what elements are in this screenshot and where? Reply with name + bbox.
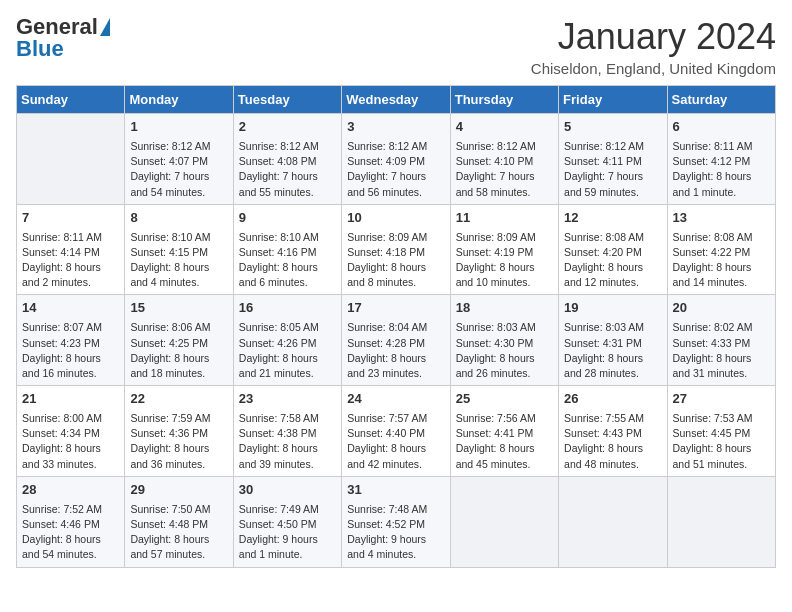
- cell-text: Sunset: 4:34 PM: [22, 426, 119, 441]
- logo-icon: [100, 18, 110, 36]
- day-number: 31: [347, 481, 444, 500]
- cell-text: Sunrise: 7:50 AM: [130, 502, 227, 517]
- title-block: January 2024 Chiseldon, England, United …: [531, 16, 776, 77]
- day-header-tuesday: Tuesday: [233, 86, 341, 114]
- cell-text: and 16 minutes.: [22, 366, 119, 381]
- day-number: 21: [22, 390, 119, 409]
- day-number: 3: [347, 118, 444, 137]
- day-number: 20: [673, 299, 770, 318]
- cell-text: Sunset: 4:26 PM: [239, 336, 336, 351]
- cell-text: Sunset: 4:52 PM: [347, 517, 444, 532]
- cell-text: and 42 minutes.: [347, 457, 444, 472]
- cell-text: and 57 minutes.: [130, 547, 227, 562]
- cell-text: Daylight: 8 hours: [564, 441, 661, 456]
- cell-text: Daylight: 8 hours: [673, 260, 770, 275]
- calendar-cell: 28Sunrise: 7:52 AMSunset: 4:46 PMDayligh…: [17, 476, 125, 567]
- calendar-header-row: SundayMondayTuesdayWednesdayThursdayFrid…: [17, 86, 776, 114]
- cell-text: Sunrise: 7:55 AM: [564, 411, 661, 426]
- cell-text: Daylight: 8 hours: [22, 532, 119, 547]
- cell-text: Daylight: 7 hours: [347, 169, 444, 184]
- cell-text: Sunrise: 8:11 AM: [22, 230, 119, 245]
- calendar-cell: 24Sunrise: 7:57 AMSunset: 4:40 PMDayligh…: [342, 386, 450, 477]
- cell-text: Daylight: 8 hours: [673, 441, 770, 456]
- cell-text: Sunrise: 8:06 AM: [130, 320, 227, 335]
- cell-text: Sunrise: 8:08 AM: [564, 230, 661, 245]
- cell-text: Daylight: 8 hours: [347, 260, 444, 275]
- cell-text: Daylight: 8 hours: [239, 260, 336, 275]
- calendar-cell: 14Sunrise: 8:07 AMSunset: 4:23 PMDayligh…: [17, 295, 125, 386]
- cell-text: Sunrise: 8:11 AM: [673, 139, 770, 154]
- cell-text: Sunset: 4:10 PM: [456, 154, 553, 169]
- cell-text: and 8 minutes.: [347, 275, 444, 290]
- cell-text: Sunrise: 8:03 AM: [564, 320, 661, 335]
- calendar-cell: 12Sunrise: 8:08 AMSunset: 4:20 PMDayligh…: [559, 204, 667, 295]
- cell-text: Daylight: 8 hours: [239, 351, 336, 366]
- cell-text: Sunset: 4:45 PM: [673, 426, 770, 441]
- cell-text: and 55 minutes.: [239, 185, 336, 200]
- calendar-cell: [17, 114, 125, 205]
- cell-text: Daylight: 8 hours: [456, 351, 553, 366]
- cell-text: and 26 minutes.: [456, 366, 553, 381]
- cell-text: and 36 minutes.: [130, 457, 227, 472]
- calendar-cell: 6Sunrise: 8:11 AMSunset: 4:12 PMDaylight…: [667, 114, 775, 205]
- cell-text: Sunrise: 7:57 AM: [347, 411, 444, 426]
- calendar-cell: 15Sunrise: 8:06 AMSunset: 4:25 PMDayligh…: [125, 295, 233, 386]
- day-number: 28: [22, 481, 119, 500]
- calendar-cell: [450, 476, 558, 567]
- calendar-cell: 17Sunrise: 8:04 AMSunset: 4:28 PMDayligh…: [342, 295, 450, 386]
- page-header: General Blue January 2024 Chiseldon, Eng…: [16, 16, 776, 77]
- cell-text: Sunrise: 8:10 AM: [239, 230, 336, 245]
- cell-text: Sunrise: 8:09 AM: [456, 230, 553, 245]
- day-number: 14: [22, 299, 119, 318]
- cell-text: and 59 minutes.: [564, 185, 661, 200]
- cell-text: Sunrise: 8:08 AM: [673, 230, 770, 245]
- cell-text: Daylight: 8 hours: [130, 351, 227, 366]
- cell-text: Daylight: 8 hours: [456, 260, 553, 275]
- calendar-cell: 9Sunrise: 8:10 AMSunset: 4:16 PMDaylight…: [233, 204, 341, 295]
- day-number: 2: [239, 118, 336, 137]
- calendar-cell: [559, 476, 667, 567]
- cell-text: Sunrise: 8:12 AM: [347, 139, 444, 154]
- cell-text: and 21 minutes.: [239, 366, 336, 381]
- cell-text: Daylight: 9 hours: [239, 532, 336, 547]
- cell-text: Daylight: 8 hours: [673, 169, 770, 184]
- calendar-cell: 26Sunrise: 7:55 AMSunset: 4:43 PMDayligh…: [559, 386, 667, 477]
- cell-text: Sunset: 4:14 PM: [22, 245, 119, 260]
- cell-text: Daylight: 8 hours: [130, 532, 227, 547]
- cell-text: Sunset: 4:23 PM: [22, 336, 119, 351]
- calendar-cell: [667, 476, 775, 567]
- calendar-cell: 19Sunrise: 8:03 AMSunset: 4:31 PMDayligh…: [559, 295, 667, 386]
- cell-text: Sunset: 4:07 PM: [130, 154, 227, 169]
- cell-text: Daylight: 8 hours: [130, 441, 227, 456]
- cell-text: Sunrise: 8:12 AM: [564, 139, 661, 154]
- cell-text: and 4 minutes.: [347, 547, 444, 562]
- cell-text: and 56 minutes.: [347, 185, 444, 200]
- calendar-cell: 20Sunrise: 8:02 AMSunset: 4:33 PMDayligh…: [667, 295, 775, 386]
- calendar-cell: 16Sunrise: 8:05 AMSunset: 4:26 PMDayligh…: [233, 295, 341, 386]
- cell-text: and 51 minutes.: [673, 457, 770, 472]
- calendar-cell: 11Sunrise: 8:09 AMSunset: 4:19 PMDayligh…: [450, 204, 558, 295]
- calendar-cell: 4Sunrise: 8:12 AMSunset: 4:10 PMDaylight…: [450, 114, 558, 205]
- cell-text: Sunrise: 8:09 AM: [347, 230, 444, 245]
- calendar-cell: 23Sunrise: 7:58 AMSunset: 4:38 PMDayligh…: [233, 386, 341, 477]
- cell-text: Sunrise: 8:10 AM: [130, 230, 227, 245]
- month-title: January 2024: [531, 16, 776, 58]
- calendar-cell: 3Sunrise: 8:12 AMSunset: 4:09 PMDaylight…: [342, 114, 450, 205]
- day-number: 13: [673, 209, 770, 228]
- cell-text: Daylight: 9 hours: [347, 532, 444, 547]
- cell-text: Sunset: 4:18 PM: [347, 245, 444, 260]
- cell-text: Sunset: 4:09 PM: [347, 154, 444, 169]
- cell-text: Sunrise: 7:49 AM: [239, 502, 336, 517]
- cell-text: Sunset: 4:12 PM: [673, 154, 770, 169]
- day-number: 27: [673, 390, 770, 409]
- location-subtitle: Chiseldon, England, United Kingdom: [531, 60, 776, 77]
- cell-text: and 33 minutes.: [22, 457, 119, 472]
- day-number: 22: [130, 390, 227, 409]
- cell-text: Sunset: 4:40 PM: [347, 426, 444, 441]
- cell-text: Daylight: 8 hours: [22, 260, 119, 275]
- calendar-cell: 2Sunrise: 8:12 AMSunset: 4:08 PMDaylight…: [233, 114, 341, 205]
- cell-text: and 4 minutes.: [130, 275, 227, 290]
- week-row-5: 28Sunrise: 7:52 AMSunset: 4:46 PMDayligh…: [17, 476, 776, 567]
- cell-text: Daylight: 8 hours: [564, 260, 661, 275]
- cell-text: Sunset: 4:36 PM: [130, 426, 227, 441]
